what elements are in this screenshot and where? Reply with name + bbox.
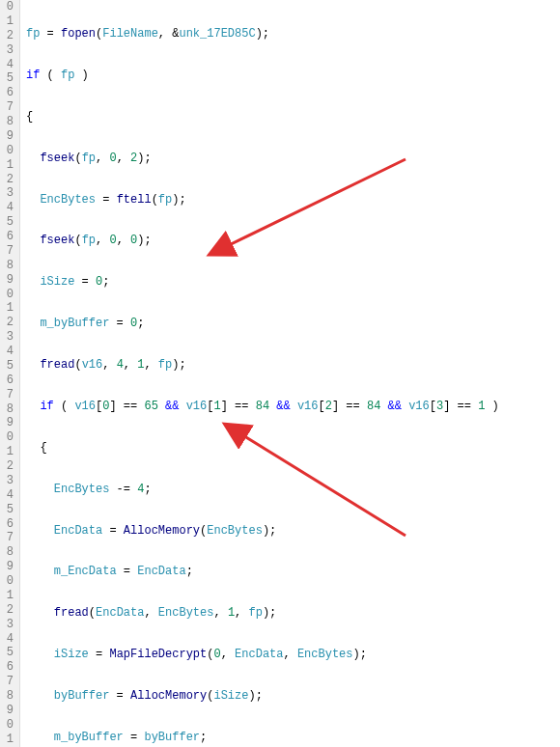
gutter-num: 4 (0, 488, 15, 503)
gutter-num: 4 (0, 632, 15, 647)
code-line: if ( fp ) (26, 69, 560, 83)
gutter-num: 4 (0, 58, 15, 72)
gutter-num: 3 (0, 330, 15, 345)
gutter-num: 7 (0, 531, 15, 545)
gutter-num: 8 (0, 259, 15, 273)
gutter-num: 2 (0, 603, 15, 618)
gutter-num: 9 (0, 416, 15, 430)
gutter-num: 3 (0, 474, 15, 488)
code-line: EncBytes -= 4; (26, 483, 560, 497)
gutter-num: 2 (0, 316, 15, 330)
code-line: if ( v16[0] == 65 && v16[1] == 84 && v16… (26, 400, 560, 414)
code-editor: 0 1 2 3 4 5 6 7 8 9 0 1 2 3 4 5 6 7 8 9 … (0, 0, 560, 747)
gutter-num: 7 (0, 100, 15, 115)
gutter-num: 7 (0, 675, 15, 689)
gutter-num: 6 (0, 374, 15, 388)
gutter-num: 0 (0, 0, 15, 14)
gutter-num: 8 (0, 689, 15, 704)
code-line: EncBytes = ftell(fp); (26, 193, 560, 208)
gutter-num: 1 (0, 301, 15, 316)
gutter-num: 1 (0, 445, 15, 459)
gutter-num: 3 (0, 43, 15, 58)
gutter-num: 3 (0, 618, 15, 632)
code-line: { (26, 110, 560, 124)
gutter-num: 7 (0, 388, 15, 402)
gutter-num: 8 (0, 545, 15, 560)
gutter-num: 7 (0, 244, 15, 259)
gutter-num: 0 (0, 430, 15, 445)
gutter-num: 1 (0, 733, 15, 747)
gutter-num: 8 (0, 402, 15, 417)
gutter-num: 9 (0, 560, 15, 574)
gutter-num: 1 (0, 14, 15, 29)
gutter-num: 5 (0, 646, 15, 660)
code-line: m_byBuffer = 0; (26, 317, 560, 331)
gutter-num: 0 (0, 144, 15, 158)
code-line: { (26, 441, 560, 456)
gutter-num: 5 (0, 503, 15, 517)
code-line: fp = fopen(FileName, &unk_17ED85C); (26, 27, 560, 42)
gutter-num: 1 (0, 589, 15, 603)
gutter-num: 8 (0, 115, 15, 129)
gutter-num: 5 (0, 215, 15, 230)
gutter-num: 0 (0, 574, 15, 589)
gutter-num: 9 (0, 704, 15, 718)
code-line: fread(EncData, EncBytes, 1, fp); (26, 606, 560, 621)
code-line: m_EncData = EncData; (26, 565, 560, 579)
code-area[interactable]: fp = fopen(FileName, &unk_17ED85C); if (… (20, 0, 560, 747)
gutter-num: 5 (0, 71, 15, 86)
gutter-num: 9 (0, 129, 15, 144)
code-line: m_byBuffer = byBuffer; (26, 731, 560, 745)
code-line: fseek(fp, 0, 2); (26, 152, 560, 166)
gutter-num: 6 (0, 517, 15, 532)
code-line: fread(v16, 4, 1, fp); (26, 358, 560, 373)
gutter-num: 1 (0, 158, 15, 173)
gutter-num: 9 (0, 273, 15, 288)
gutter-num: 0 (0, 288, 15, 302)
code-line: iSize = MapFileDecrypt(0, EncData, EncBy… (26, 648, 560, 662)
gutter-num: 2 (0, 173, 15, 187)
gutter-num: 5 (0, 359, 15, 374)
gutter-num: 2 (0, 459, 15, 474)
code-line: byBuffer = AllocMemory(iSize); (26, 689, 560, 704)
gutter-num: 4 (0, 201, 15, 215)
gutter-num: 6 (0, 86, 15, 100)
gutter-num: 6 (0, 660, 15, 675)
gutter-num: 3 (0, 186, 15, 201)
gutter-num: 6 (0, 230, 15, 244)
line-gutter: 0 1 2 3 4 5 6 7 8 9 0 1 2 3 4 5 6 7 8 9 … (0, 0, 20, 747)
gutter-num: 4 (0, 345, 15, 359)
code-line: EncData = AllocMemory(EncBytes); (26, 524, 560, 539)
gutter-num: 0 (0, 718, 15, 733)
gutter-num: 2 (0, 29, 15, 43)
code-line: fseek(fp, 0, 0); (26, 234, 560, 248)
code-line: iSize = 0; (26, 275, 560, 290)
